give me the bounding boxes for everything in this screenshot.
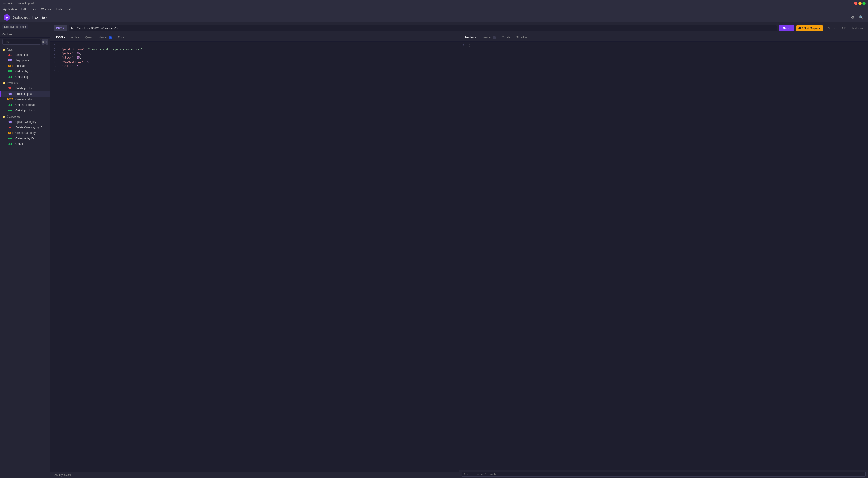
menu-window[interactable]: Window	[39, 7, 53, 11]
panels-container: JSON ▾ Auth ▾ Query Header 1	[51, 34, 868, 478]
code-line-2: 2 "product_name": "dungons and dragons s…	[51, 48, 459, 52]
app-logo: ◉	[4, 14, 10, 21]
main-content: PUT ▾ Send 400 Bad Request 39.5 ms 2 B J…	[51, 23, 868, 478]
sidebar-item-get-all-tags[interactable]: GET Get all tags	[0, 74, 50, 80]
tab-header-label: Header	[98, 36, 107, 39]
menu-application[interactable]: Application	[1, 7, 19, 11]
sidebar-item-category-by-id[interactable]: GET Category by ID	[0, 136, 50, 141]
tab-timeline-label: Timeline	[517, 36, 527, 39]
tab-cookie-label: Cookie	[502, 36, 510, 39]
response-line-1: 1 {}	[460, 44, 868, 48]
titlebar-title: Insomnia – Product update	[2, 2, 35, 5]
tab-preview-label: Preview	[465, 36, 474, 39]
code-line-3: 3 "price": 40,	[51, 52, 459, 56]
tab-query-label: Query	[85, 36, 93, 39]
beautify-button[interactable]: Beautify JSON	[53, 473, 71, 477]
sidebar-item-get-all-categories[interactable]: GET Get All	[0, 141, 50, 147]
folder-icon: 📁	[2, 48, 5, 51]
sidebar-item-create-category[interactable]: POST Create Category	[0, 130, 50, 136]
request-timestamp: Just Now	[850, 26, 865, 31]
tab-timeline[interactable]: Timeline	[514, 34, 529, 41]
folder-icon: 📁	[2, 82, 5, 85]
response-tabs: Preview ▾ Header 7 Cookie Timeline	[460, 34, 868, 41]
request-panel: JSON ▾ Auth ▾ Query Header 1	[51, 34, 460, 478]
header-icons: ⚙ 🔍	[850, 14, 864, 21]
sort-button[interactable]: ⇅	[42, 39, 44, 44]
tab-json-label: JSON	[56, 36, 63, 39]
breadcrumb-current: Insomnia	[32, 16, 45, 19]
chevron-down-icon: ▾	[25, 25, 26, 28]
sidebar-item-get-tag-by-id[interactable]: GET Get tag by ID	[0, 69, 50, 74]
menu-view[interactable]: View	[29, 7, 38, 11]
sidebar-item-delete-product[interactable]: DEL Delete product	[0, 86, 50, 91]
response-panel: Preview ▾ Header 7 Cookie Timeline	[460, 34, 868, 478]
tab-response-header[interactable]: Header 7	[480, 34, 499, 41]
sidebar-item-delete-category[interactable]: DEL Delete Category by ID	[0, 125, 50, 130]
cookies-button[interactable]: Cookies	[2, 33, 12, 36]
response-footer	[460, 470, 868, 478]
tab-docs[interactable]: Docs	[115, 34, 127, 41]
maximize-button[interactable]	[863, 2, 866, 5]
settings-icon[interactable]: ⚙	[850, 14, 855, 21]
minimize-button[interactable]	[858, 2, 862, 5]
response-header-badge: 7	[493, 36, 496, 39]
titlebar-controls	[854, 2, 866, 5]
response-body: 1 {}	[460, 41, 868, 470]
add-request-button[interactable]: +	[45, 39, 48, 44]
response-size: 2 B	[840, 26, 848, 31]
menu-help[interactable]: Help	[65, 7, 74, 11]
sidebar-group-categories[interactable]: 📁 Categories	[0, 113, 50, 119]
chevron-down-icon: ▾	[78, 36, 79, 39]
sidebar-item-tag-update[interactable]: PUT Tag update	[0, 58, 50, 63]
main-layout: No Environment ▾ Cookies ⇅ + 📁 Tags DEL …	[0, 23, 868, 478]
method-selector[interactable]: PUT ▾	[54, 25, 67, 31]
search-input[interactable]	[2, 39, 41, 44]
request-bar: PUT ▾ Send 400 Bad Request 39.5 ms 2 B J…	[51, 23, 868, 34]
sidebar-item-delete-tag[interactable]: DEL Delete tag	[0, 52, 50, 58]
sidebar-group-products[interactable]: 📁 Products	[0, 80, 50, 86]
header-badge: 1	[108, 36, 112, 39]
url-input[interactable]	[69, 25, 777, 31]
menu-tools[interactable]: Tools	[54, 7, 64, 11]
request-tabs: JSON ▾ Auth ▾ Query Header 1	[51, 34, 459, 41]
sidebar-group-tags[interactable]: 📁 Tags	[0, 46, 50, 52]
tab-header-label: Header	[483, 36, 491, 39]
tab-auth-label: Auth	[71, 36, 77, 39]
sidebar-item-post-tag[interactable]: POST Post tag	[0, 63, 50, 69]
tab-json[interactable]: JSON ▾	[53, 34, 68, 41]
sidebar-item-update-category[interactable]: PUT Update Category	[0, 119, 50, 125]
tab-header[interactable]: Header 1	[96, 34, 115, 41]
tab-query[interactable]: Query	[83, 34, 95, 41]
breadcrumb-dashboard[interactable]: Dashboard	[12, 16, 28, 19]
tab-auth[interactable]: Auth ▾	[68, 34, 82, 41]
code-line-6: 6 "tagId": 7	[51, 64, 459, 69]
close-button[interactable]	[854, 2, 858, 5]
tab-cookie[interactable]: Cookie	[499, 34, 513, 41]
breadcrumb: Dashboard / Insomnia ▾	[12, 16, 47, 19]
chevron-down-icon[interactable]: ▾	[46, 16, 47, 19]
xpath-input[interactable]	[462, 472, 866, 477]
sidebar-item-get-all-products[interactable]: GET Get all products	[0, 108, 50, 113]
code-line-5: 5 "category_id": 7,	[51, 60, 459, 64]
titlebar: Insomnia – Product update	[0, 0, 868, 6]
sidebar-toolbar: No Environment ▾	[0, 23, 50, 31]
sidebar-item-get-one-product[interactable]: GET Get one product	[0, 102, 50, 108]
chevron-down-icon: ▾	[63, 26, 64, 30]
environment-label: No Environment	[4, 25, 24, 28]
sidebar-item-create-product[interactable]: POST Create product	[0, 97, 50, 102]
folder-icon: 📁	[2, 115, 5, 118]
environment-selector[interactable]: No Environment ▾	[2, 24, 28, 29]
code-line-1: 1 {	[51, 44, 459, 48]
sidebar-item-product-update[interactable]: PUT Product update	[0, 91, 50, 97]
menubar: Application Edit View Window Tools Help	[0, 6, 868, 12]
chevron-down-icon: ▾	[64, 36, 65, 39]
menu-edit[interactable]: Edit	[20, 7, 28, 11]
search-icon[interactable]: 🔍	[858, 14, 864, 21]
app-header: ◉ Dashboard / Insomnia ▾ ⚙ 🔍	[0, 12, 868, 23]
tab-preview[interactable]: Preview ▾	[462, 34, 479, 41]
breadcrumb-separator: /	[30, 16, 31, 19]
request-footer: Beautify JSON	[51, 472, 459, 478]
send-button[interactable]: Send	[779, 25, 794, 31]
code-editor[interactable]: 1 { 2 "product_name": "dungons and drago…	[51, 41, 459, 472]
chevron-down-icon: ▾	[475, 36, 476, 39]
